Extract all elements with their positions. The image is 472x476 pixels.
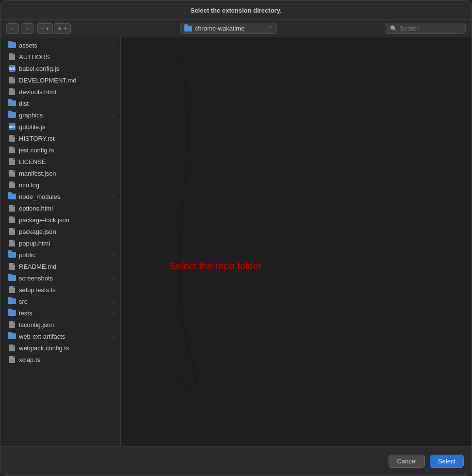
file-name: node_modules [19, 193, 110, 200]
list-item[interactable]: node_modules› [0, 191, 120, 202]
chevron-down-icon-grid: ▼ [63, 26, 67, 31]
list-item[interactable]: public› [0, 249, 120, 261]
list-item[interactable]: options.html [0, 202, 120, 214]
file-icon [8, 321, 16, 328]
chevron-right-icon: › [113, 299, 114, 304]
list-item[interactable]: manifest.json [0, 167, 120, 179]
chevron-right-icon: › [113, 113, 114, 118]
grid-icon: ⊞ [57, 25, 62, 32]
list-item[interactable]: xclap.ts [0, 354, 120, 365]
file-icon [8, 216, 16, 224]
location-bar: chrome-wakatime ⌃ [75, 23, 382, 34]
list-item[interactable]: ncu.log [0, 179, 120, 191]
list-item[interactable]: package.json [0, 226, 120, 237]
chevron-right-icon: › [113, 334, 114, 339]
file-name: graphics [19, 112, 110, 119]
file-name: options.html [19, 205, 114, 212]
list-item[interactable]: setupTests.ts [0, 284, 120, 295]
file-icon [8, 134, 16, 142]
folder-icon [8, 111, 16, 119]
annotation-text: Select the repo folder [169, 261, 261, 272]
view-grid-button[interactable]: ⊞ ▼ [54, 23, 71, 34]
list-item[interactable]: LICENSE [0, 156, 120, 167]
location-name: chrome-wakatime [195, 25, 265, 32]
folder-icon [8, 251, 16, 259]
ws-file-icon: WS [8, 123, 16, 131]
file-icon [8, 263, 16, 270]
folder-icon [8, 309, 16, 317]
list-item[interactable]: popup.html [0, 237, 120, 249]
list-item[interactable]: tests› [0, 307, 120, 319]
list-item[interactable]: package-lock.json [0, 214, 120, 226]
list-item[interactable]: assets› [0, 39, 120, 51]
chevron-right-icon: › [113, 43, 114, 48]
chevron-right-icon: › [113, 101, 114, 106]
dialog: Select the extension directory. ‹ › ≡ ▼ … [0, 0, 472, 476]
file-name: public [19, 251, 110, 259]
folder-icon [8, 297, 16, 305]
footer: Cancel Select [0, 446, 472, 476]
search-input[interactable] [400, 25, 461, 32]
file-name: manifest.json [19, 170, 114, 177]
search-icon: 🔍 [390, 25, 397, 32]
folder-icon [8, 193, 16, 200]
file-name: dist [19, 100, 110, 107]
list-item[interactable]: tsconfig.json [0, 319, 120, 330]
view-list-button[interactable]: ≡ ▼ [37, 23, 53, 34]
list-item[interactable]: webpack.config.ts [0, 342, 120, 354]
content-area: assets›AUTHORSWSbabel.config.jsDEVELOPME… [0, 37, 472, 446]
file-name: tests [19, 310, 110, 317]
list-item[interactable]: WSbabel.config.js [0, 63, 120, 74]
list-item[interactable]: dist› [0, 98, 120, 109]
file-icon [8, 228, 16, 235]
search-bar: 🔍 [386, 23, 466, 34]
file-icon [8, 239, 16, 247]
file-name: package.json [19, 228, 114, 235]
folder-icon [8, 274, 16, 282]
list-item[interactable]: DEVELOPMENT.md [0, 74, 120, 86]
file-icon [8, 146, 16, 154]
back-button[interactable]: ‹ [6, 23, 19, 34]
select-button[interactable]: Select [430, 455, 464, 468]
cancel-button[interactable]: Cancel [389, 455, 424, 468]
file-name: README.md [19, 263, 114, 270]
list-item[interactable]: jest.config.ts [0, 144, 120, 156]
file-name: jest.config.ts [19, 147, 114, 154]
file-name: devtools.html [19, 88, 114, 96]
file-name: ncu.log [19, 181, 114, 189]
list-item[interactable]: HISTORY.rst [0, 132, 120, 144]
file-name: package-lock.json [19, 216, 114, 224]
file-icon [8, 204, 16, 212]
location-selector[interactable]: chrome-wakatime ⌃ [180, 23, 277, 34]
toolbar: ‹ › ≡ ▼ ⊞ ▼ chrome-wakatime ⌃ 🔍 [0, 20, 472, 37]
file-icon [8, 356, 16, 363]
title-bar: Select the extension directory. [0, 0, 472, 20]
view-buttons: ≡ ▼ ⊞ ▼ [37, 23, 71, 34]
file-name: xclap.ts [19, 356, 114, 363]
list-item[interactable]: WSgulpfile.js [0, 121, 120, 132]
file-name: setupTests.ts [19, 286, 114, 294]
annotation-arrow [121, 37, 472, 446]
file-icon [8, 76, 16, 84]
file-name: LICENSE [19, 158, 114, 165]
file-icon [8, 158, 16, 165]
list-item[interactable]: web-ext-artifacts› [0, 330, 120, 342]
file-icon [8, 286, 16, 294]
list-item[interactable]: AUTHORS [0, 51, 120, 63]
list-item[interactable]: devtools.html [0, 86, 120, 98]
folder-icon [8, 332, 16, 340]
list-item[interactable]: src› [0, 295, 120, 307]
forward-button[interactable]: › [21, 23, 33, 34]
list-item[interactable]: screenshots› [0, 272, 120, 284]
list-item[interactable]: graphics› [0, 109, 120, 121]
file-icon [8, 88, 16, 96]
file-name: gulpfile.js [19, 123, 114, 131]
folder-icon [8, 99, 16, 107]
file-name: AUTHORS [19, 53, 114, 61]
file-icon [8, 53, 16, 61]
list-item[interactable]: README.md [0, 261, 120, 272]
nav-buttons: ‹ › [6, 23, 33, 34]
file-name: HISTORY.rst [19, 135, 114, 142]
chevron-right-icon: › [113, 194, 114, 199]
file-name: webpack.config.ts [19, 345, 114, 352]
